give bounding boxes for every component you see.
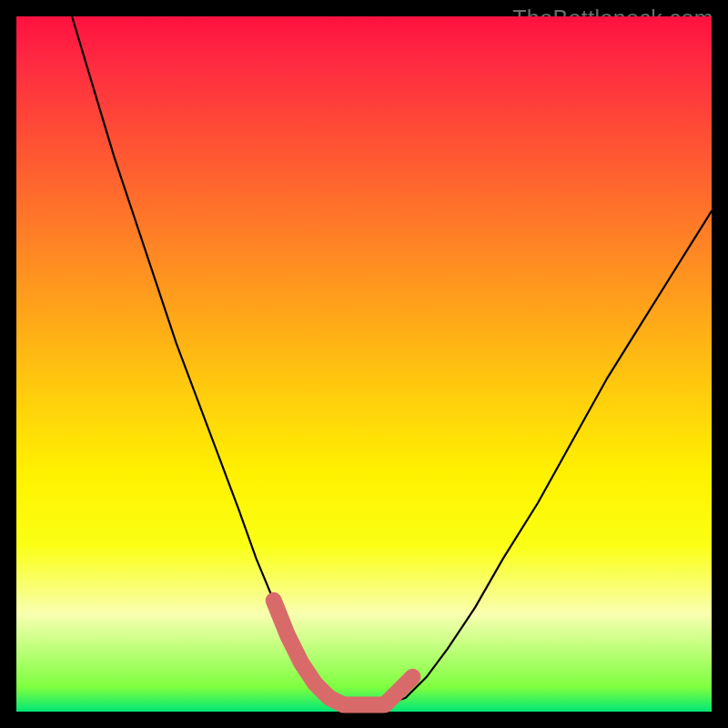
optimal-range-highlight — [274, 601, 413, 705]
chart-frame: TheBottleneck.com — [0, 0, 728, 728]
plot-area — [16, 16, 712, 712]
bottleneck-curve — [72, 16, 712, 704]
chart-svg — [16, 16, 712, 712]
